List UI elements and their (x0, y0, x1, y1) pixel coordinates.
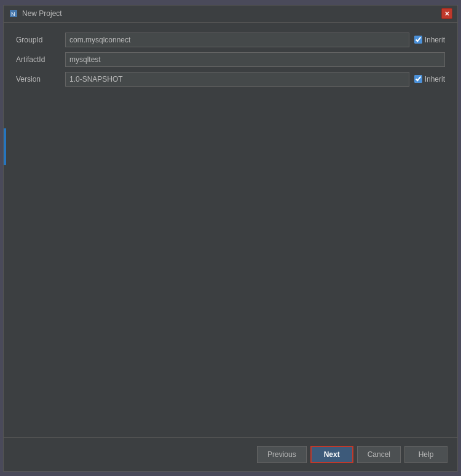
previous-button[interactable]: Previous (257, 446, 307, 463)
version-inherit-label: Inherit (425, 75, 445, 84)
group-id-inherit-label: Inherit (425, 36, 445, 44)
version-input[interactable] (65, 72, 409, 87)
artifact-id-input[interactable] (65, 52, 445, 67)
version-label: Version (16, 75, 65, 84)
version-row: Version Inherit (16, 72, 445, 87)
dialog-content: GroupId Inherit ArtifactId Version Inher… (4, 23, 457, 437)
content-spacer (16, 92, 445, 427)
cancel-button[interactable]: Cancel (357, 446, 401, 463)
new-project-dialog: N New Project ✕ GroupId Inherit Artifact… (3, 5, 458, 472)
svg-text:N: N (11, 11, 15, 17)
left-accent-bar (4, 128, 6, 165)
group-id-input[interactable] (65, 33, 409, 47)
help-button[interactable]: Help (404, 446, 447, 463)
close-button[interactable]: ✕ (441, 8, 452, 19)
version-inherit-checkbox[interactable] (414, 75, 422, 83)
group-id-inherit-checkbox[interactable] (414, 36, 422, 44)
version-inherit-container: Inherit (414, 75, 445, 84)
artifact-id-row: ArtifactId (16, 52, 445, 67)
window-icon: N (9, 9, 18, 18)
title-bar-left: N New Project (9, 9, 62, 18)
artifact-id-label: ArtifactId (16, 55, 65, 64)
group-id-label: GroupId (16, 36, 65, 44)
title-bar: N New Project ✕ (4, 6, 457, 23)
group-id-row: GroupId Inherit (16, 33, 445, 47)
window-title: New Project (22, 9, 62, 18)
group-id-inherit-container: Inherit (414, 36, 445, 44)
next-button[interactable]: Next (310, 446, 353, 463)
button-bar: Previous Next Cancel Help (4, 437, 457, 471)
